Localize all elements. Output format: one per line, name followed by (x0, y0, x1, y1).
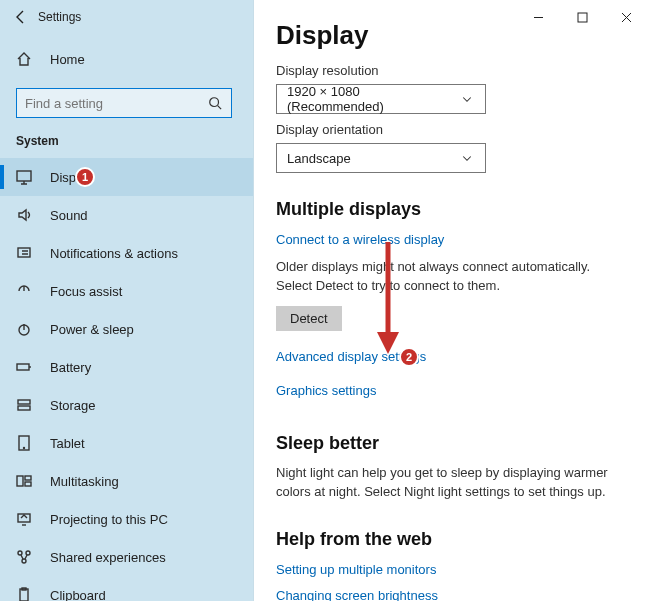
sidebar-item-focus-assist[interactable]: Focus assist (0, 272, 253, 310)
nav-list: DisplaySoundNotifications & actionsFocus… (0, 158, 253, 601)
sidebar-item-label: Storage (50, 398, 96, 413)
sidebar-item-label: Multitasking (50, 474, 119, 489)
sidebar-item-label: Tablet (50, 436, 85, 451)
resolution-value: 1920 × 1080 (Recommended) (287, 84, 459, 114)
app-title: Settings (38, 10, 81, 24)
svg-rect-1 (17, 171, 31, 181)
home-icon (16, 51, 32, 67)
multiple-displays-body: Older displays might not always connect … (276, 258, 626, 296)
sidebar-item-multitasking[interactable]: Multitasking (0, 462, 253, 500)
svg-rect-11 (25, 482, 31, 486)
sidebar-item-label: Focus assist (50, 284, 122, 299)
search-icon (207, 95, 223, 111)
search-field[interactable] (25, 96, 207, 111)
svg-point-8 (24, 448, 25, 449)
maximize-button[interactable] (560, 0, 604, 34)
svg-point-0 (210, 98, 219, 107)
home-button[interactable]: Home (0, 40, 253, 78)
display-icon (16, 169, 32, 185)
sidebar-item-label: Clipboard (50, 588, 106, 602)
sidebar-item-display[interactable]: Display (0, 158, 253, 196)
sidebar-item-shared-experiences[interactable]: Shared experiences (0, 538, 253, 576)
svg-point-14 (26, 551, 30, 555)
sidebar-item-storage[interactable]: Storage (0, 386, 253, 424)
storage-icon (16, 397, 32, 413)
power-icon (16, 321, 32, 337)
close-button[interactable] (604, 0, 648, 34)
svg-rect-5 (18, 400, 30, 404)
connect-wireless-link[interactable]: Connect to a wireless display (276, 232, 444, 247)
sidebar-item-label: Sound (50, 208, 88, 223)
multitasking-icon (16, 473, 32, 489)
sidebar-item-power-sleep[interactable]: Power & sleep (0, 310, 253, 348)
projecting-icon (16, 511, 32, 527)
svg-rect-9 (17, 476, 23, 486)
help-heading: Help from the web (276, 529, 626, 550)
sound-icon (16, 207, 32, 223)
battery-icon (16, 359, 32, 375)
sidebar-item-battery[interactable]: Battery (0, 348, 253, 386)
settings-window: Settings Home System DisplaySoundNotific… (0, 0, 648, 601)
resolution-select[interactable]: 1920 × 1080 (Recommended) (276, 84, 486, 114)
svg-rect-18 (578, 13, 587, 22)
home-label: Home (50, 52, 85, 67)
sidebar: Settings Home System DisplaySoundNotific… (0, 0, 254, 601)
sidebar-item-label: Shared experiences (50, 550, 166, 565)
sidebar-item-label: Projecting to this PC (50, 512, 168, 527)
sidebar-item-label: Battery (50, 360, 91, 375)
window-controls (516, 0, 648, 34)
orientation-select[interactable]: Landscape (276, 143, 486, 173)
svg-point-13 (18, 551, 22, 555)
search-wrap (0, 78, 253, 124)
multiple-displays-heading: Multiple displays (276, 199, 626, 220)
svg-rect-4 (17, 364, 29, 370)
notifications-icon (16, 245, 32, 261)
search-input[interactable] (16, 88, 232, 118)
svg-rect-10 (25, 476, 31, 480)
sidebar-item-notifications-actions[interactable]: Notifications & actions (0, 234, 253, 272)
svg-point-15 (22, 559, 26, 563)
advanced-display-link[interactable]: Advanced display settings (276, 349, 426, 364)
help-link-monitors[interactable]: Setting up multiple monitors (276, 562, 436, 577)
chevron-down-icon (459, 150, 475, 166)
orientation-value: Landscape (287, 151, 351, 166)
sleep-better-heading: Sleep better (276, 433, 626, 454)
svg-rect-16 (20, 589, 28, 601)
svg-rect-6 (18, 406, 30, 410)
orientation-label: Display orientation (276, 122, 626, 137)
shared-icon (16, 549, 32, 565)
clipboard-icon (16, 587, 32, 601)
graphics-settings-link[interactable]: Graphics settings (276, 383, 376, 398)
sleep-better-body: Night light can help you get to sleep by… (276, 464, 626, 502)
svg-rect-2 (18, 248, 30, 257)
main-content: Display Display resolution 1920 × 1080 (… (254, 0, 648, 601)
help-link-brightness[interactable]: Changing screen brightness (276, 588, 438, 601)
tablet-icon (16, 435, 32, 451)
sidebar-item-sound[interactable]: Sound (0, 196, 253, 234)
focus-icon (16, 283, 32, 299)
chevron-down-icon (459, 91, 475, 107)
sidebar-item-label: Notifications & actions (50, 246, 178, 261)
sidebar-item-tablet[interactable]: Tablet (0, 424, 253, 462)
sidebar-item-label: Power & sleep (50, 322, 134, 337)
sidebar-item-label: Display (50, 170, 93, 185)
detect-button[interactable]: Detect (276, 306, 342, 331)
resolution-label: Display resolution (276, 63, 626, 78)
minimize-button[interactable] (516, 0, 560, 34)
back-button[interactable] (4, 0, 38, 34)
titlebar: Settings (0, 0, 253, 34)
sidebar-item-clipboard[interactable]: Clipboard (0, 576, 253, 601)
section-header: System (0, 124, 253, 152)
sidebar-item-projecting-to-this-pc[interactable]: Projecting to this PC (0, 500, 253, 538)
